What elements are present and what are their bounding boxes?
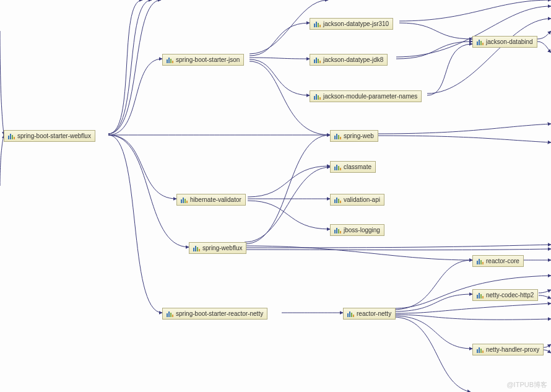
library-icon <box>167 311 173 317</box>
library-icon <box>334 133 341 139</box>
node-label: spring-boot-starter-webflux <box>17 133 91 139</box>
node-label: hibernate-validator <box>190 196 241 203</box>
node-jboss-logging[interactable]: jboss-logging <box>330 224 384 236</box>
dependency-edges <box>0 0 551 392</box>
library-icon <box>181 197 188 203</box>
node-spring-boot-starter-reactor-netty[interactable]: spring-boot-starter-reactor-netty <box>162 308 267 320</box>
library-icon <box>167 57 173 63</box>
node-spring-web[interactable]: spring-web <box>330 130 378 142</box>
node-spring-boot-starter-webflux[interactable]: spring-boot-starter-webflux <box>4 130 95 142</box>
node-label: spring-boot-starter-reactor-netty <box>176 310 263 317</box>
library-icon <box>477 39 484 45</box>
library-icon <box>477 347 484 353</box>
node-label: jackson-datatype-jsr310 <box>323 20 389 27</box>
node-label: classmate <box>344 163 371 170</box>
watermark: @ITPUB博客 <box>506 380 547 390</box>
node-jackson-module-parameter-names[interactable]: jackson-module-parameter-names <box>310 90 422 102</box>
node-label: jackson-databind <box>486 38 533 45</box>
node-spring-boot-starter-json[interactable]: spring-boot-starter-json <box>162 54 244 66</box>
node-label: validation-api <box>344 196 380 203</box>
node-classmate[interactable]: classmate <box>330 161 376 173</box>
node-hibernate-validator[interactable]: hibernate-validator <box>176 194 246 206</box>
library-icon <box>334 197 341 203</box>
node-label: spring-webflux <box>202 245 242 251</box>
node-jackson-datatype-jdk8[interactable]: jackson-datatype-jdk8 <box>310 54 388 66</box>
library-icon <box>477 258 484 264</box>
node-label: spring-boot-starter-json <box>176 56 240 63</box>
node-jackson-databind[interactable]: jackson-databind <box>472 36 537 48</box>
node-spring-webflux[interactable]: spring-webflux <box>189 242 246 254</box>
node-netty-handler-proxy[interactable]: netty-handler-proxy <box>472 344 544 355</box>
library-icon <box>8 133 15 139</box>
library-icon <box>347 311 354 317</box>
node-validation-api[interactable]: validation-api <box>330 194 384 206</box>
node-label: netty-handler-proxy <box>486 346 539 353</box>
node-jackson-datatype-jsr310[interactable]: jackson-datatype-jsr310 <box>310 18 393 30</box>
node-label: jboss-logging <box>344 227 380 233</box>
node-label: spring-web <box>344 133 374 139</box>
node-label: reactor-netty <box>357 310 391 317</box>
library-icon <box>193 245 200 251</box>
node-reactor-netty[interactable]: reactor-netty <box>343 308 396 320</box>
node-label: reactor-core <box>486 258 519 264</box>
library-icon <box>314 57 321 63</box>
library-icon <box>334 227 341 233</box>
node-netty-codec-http2[interactable]: netty-codec-http2 <box>472 289 538 301</box>
library-icon <box>477 292 484 298</box>
library-icon <box>314 21 321 27</box>
library-icon <box>334 164 341 170</box>
node-reactor-core[interactable]: reactor-core <box>472 255 524 267</box>
node-label: jackson-module-parameter-names <box>323 93 417 100</box>
node-label: netty-codec-http2 <box>486 292 534 298</box>
library-icon <box>314 94 321 100</box>
node-label: jackson-datatype-jdk8 <box>323 56 383 63</box>
